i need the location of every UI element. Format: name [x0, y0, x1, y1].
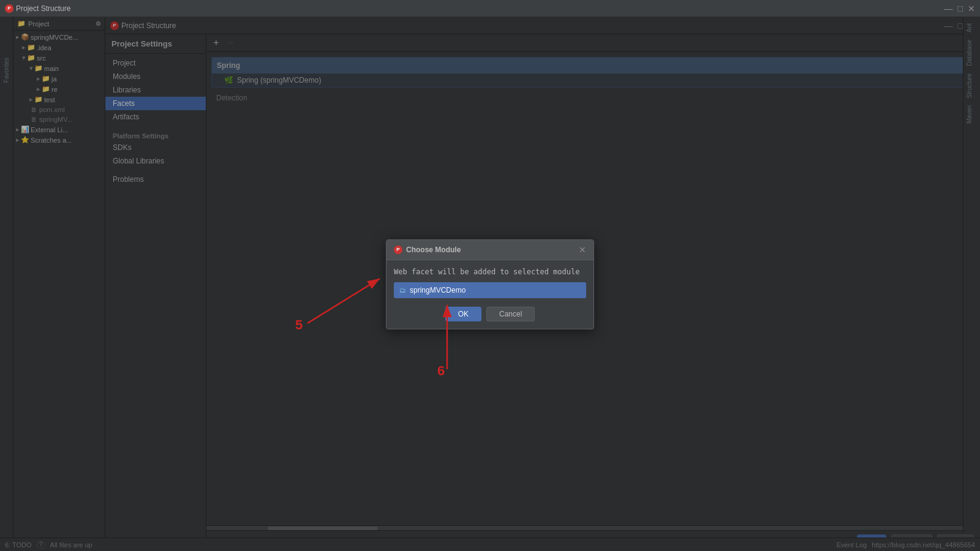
- modal-titlebar: P Choose Module ✕: [386, 240, 594, 260]
- modal-cancel-btn[interactable]: Cancel: [486, 307, 535, 321]
- ide-title-left: P Project Structure: [5, 4, 70, 13]
- modal-body: Web facet will be added to selected modu…: [386, 260, 594, 329]
- minimize-btn[interactable]: —: [944, 4, 953, 13]
- maximize-btn[interactable]: □: [958, 4, 963, 13]
- modal-ok-btn[interactable]: OK: [445, 307, 481, 321]
- window-frame: P Project Structure — □ ✕ Favorites 📁 Pr…: [0, 0, 980, 551]
- module-item-springmvc[interactable]: 🗂 springMVCDemo: [394, 283, 586, 298]
- modal-title-text: Choose Module: [406, 246, 461, 254]
- module-item-label: springMVCDemo: [410, 286, 466, 294]
- modal-logo: P: [394, 246, 402, 254]
- module-item-icon: 🗂: [399, 287, 406, 294]
- modal-title: P Choose Module: [394, 246, 461, 254]
- ide-logo: P: [5, 4, 13, 13]
- modal-close-btn[interactable]: ✕: [579, 245, 586, 255]
- close-btn[interactable]: ✕: [968, 4, 975, 13]
- project-name-label: Project Structure: [16, 4, 70, 13]
- modal-buttons: OK Cancel: [394, 307, 586, 321]
- choose-module-dialog: P Choose Module ✕ Web facet will be adde…: [386, 239, 594, 329]
- ide-titlebar: P Project Structure — □ ✕: [0, 0, 980, 17]
- window-controls: — □ ✕: [944, 4, 975, 13]
- modal-overlay: P Choose Module ✕ Web facet will be adde…: [0, 17, 980, 551]
- module-list: 🗂 springMVCDemo: [394, 282, 586, 298]
- modal-message: Web facet will be added to selected modu…: [394, 268, 586, 276]
